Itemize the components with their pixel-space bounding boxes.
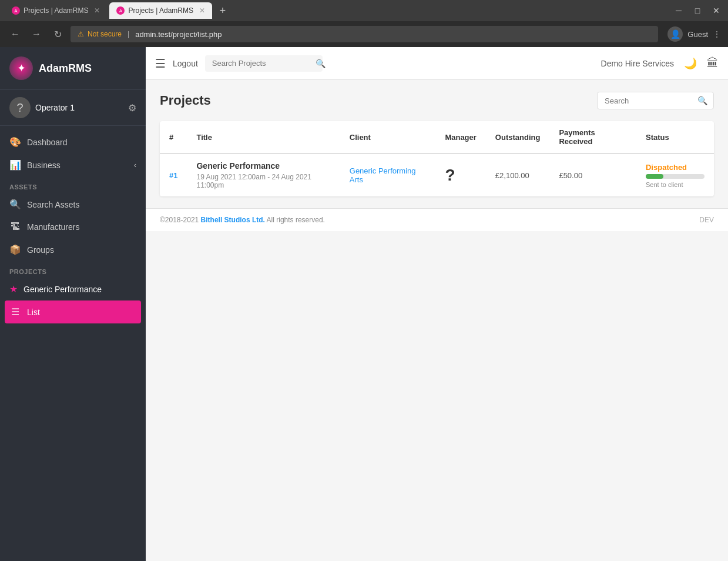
- col-payments-received: Payments Received: [549, 121, 636, 153]
- row-status: Dispatched Sent to client: [636, 153, 714, 196]
- project-link[interactable]: #1: [169, 171, 177, 180]
- page-search-bar[interactable]: 🔍: [597, 92, 714, 109]
- user-name: Operator 1: [35, 103, 123, 112]
- sidebar-item-label: Manufacturers: [27, 222, 79, 232]
- address-text: admin.test/project/list.php: [135, 30, 222, 39]
- projects-section-label: PROJECTS: [0, 261, 146, 278]
- search-projects-bar[interactable]: 🔍: [205, 55, 323, 72]
- row-number: #1: [160, 153, 187, 196]
- address-bar: ← → ↻ ⚠ Not secure | admin.test/project/…: [0, 21, 728, 47]
- close-button[interactable]: ✕: [709, 4, 723, 18]
- list-icon: ☰: [9, 306, 21, 318]
- footer: ©2018-2021 Bithell Studios Ltd. All righ…: [146, 208, 728, 231]
- hamburger-icon[interactable]: ☰: [155, 56, 166, 71]
- row-title-cell: Generic Performance 19 Aug 2021 12:00am …: [187, 153, 340, 196]
- security-label: Not secure: [88, 30, 122, 38]
- table-header: # Title Client Manager Outstanding Payme…: [160, 121, 714, 153]
- col-client: Client: [340, 121, 436, 153]
- project-title: Generic Performance: [196, 161, 330, 171]
- divider: |: [128, 30, 129, 38]
- col-number: #: [160, 121, 187, 153]
- status-label: Sent to client: [646, 181, 704, 188]
- tab-label-1: Projects | AdamRMS: [24, 6, 88, 15]
- profile-label: Guest: [687, 30, 708, 39]
- sidebar-logo: ✦ AdamRMS: [0, 47, 146, 90]
- profile-menu-icon: ⋮: [713, 29, 721, 39]
- sidebar-item-search-assets[interactable]: 🔍 Search Assets: [0, 193, 146, 216]
- logout-button[interactable]: Logout: [173, 59, 198, 68]
- progress-bar: [646, 174, 704, 179]
- content-area: Projects 🔍 # Title Client: [146, 80, 728, 208]
- url-input[interactable]: ⚠ Not secure | admin.test/project/list.p…: [71, 26, 658, 42]
- sidebar-item-label: Business: [27, 161, 61, 170]
- footer-copyright: ©2018-2021 Bithell Studios Ltd. All righ…: [160, 216, 325, 224]
- browser-chrome: A Projects | AdamRMS ✕ A Projects | Adam…: [0, 0, 728, 21]
- page-title: Projects: [160, 93, 211, 108]
- sidebar-item-label: Search Assets: [27, 200, 80, 209]
- footer-dev-label: DEV: [699, 216, 714, 224]
- sidebar-item-label: List: [27, 308, 40, 317]
- browser-tab-1[interactable]: A Projects | AdamRMS ✕: [5, 2, 107, 19]
- status-badge: Dispatched: [646, 163, 704, 172]
- sidebar-item-label: Generic Performance: [24, 285, 102, 294]
- window-controls: ─ □ ✕: [672, 4, 723, 18]
- col-title: Title: [187, 121, 340, 153]
- table-body: #1 Generic Performance 19 Aug 2021 12:00…: [160, 153, 714, 196]
- tab-favicon-1: A: [12, 6, 20, 15]
- manufacturers-icon: 🏗: [9, 222, 21, 232]
- profile-area[interactable]: 👤 Guest ⋮: [667, 26, 721, 42]
- sidebar-item-groups[interactable]: 📦 Groups: [0, 238, 146, 261]
- tab-close-1[interactable]: ✕: [94, 6, 100, 15]
- sidebar-user: ? Operator 1 ⚙: [0, 90, 146, 126]
- page-header: Projects 🔍: [160, 92, 714, 109]
- client-link[interactable]: Generic Performing Arts: [350, 166, 416, 184]
- building-icon[interactable]: 🏛: [707, 56, 719, 70]
- page-search-input[interactable]: [598, 93, 692, 109]
- sidebar-item-list[interactable]: ☰ List: [5, 300, 141, 323]
- search-projects-input[interactable]: [212, 59, 311, 68]
- page-search-button[interactable]: 🔍: [692, 92, 713, 109]
- search-assets-icon: 🔍: [9, 199, 21, 210]
- tab-close-2[interactable]: ✕: [199, 6, 205, 15]
- tab-favicon-2: A: [116, 6, 125, 15]
- settings-icon[interactable]: ⚙: [128, 102, 136, 113]
- dark-mode-toggle[interactable]: 🌙: [681, 54, 700, 73]
- projects-table-container: # Title Client Manager Outstanding Payme…: [160, 121, 714, 196]
- projects-table: # Title Client Manager Outstanding Payme…: [160, 121, 714, 196]
- rights-text: All rights reserved.: [265, 216, 325, 224]
- sidebar-item-manufacturers[interactable]: 🏗 Manufacturers: [0, 216, 146, 238]
- col-status: Status: [636, 121, 714, 153]
- topbar-right: Demo Hire Services 🌙 🏛: [601, 54, 719, 73]
- sidebar-item-label: Groups: [27, 245, 54, 255]
- progress-fill: [646, 174, 663, 179]
- company-link[interactable]: Bithell Studios Ltd.: [201, 216, 265, 224]
- col-outstanding: Outstanding: [486, 121, 550, 153]
- business-icon: 📊: [9, 159, 21, 171]
- table-row: #1 Generic Performance 19 Aug 2021 12:00…: [160, 153, 714, 196]
- security-badge: ⚠: [78, 30, 84, 38]
- sidebar-item-dashboard[interactable]: 🎨 Dashboard: [0, 131, 146, 153]
- assets-section-label: ASSETS: [0, 176, 146, 193]
- reload-button[interactable]: ↻: [49, 26, 66, 42]
- row-outstanding: £2,100.00: [486, 153, 550, 196]
- groups-icon: 📦: [9, 244, 21, 255]
- browser-tab-2[interactable]: A Projects | AdamRMS ✕: [109, 2, 212, 19]
- row-payments-received: £50.00: [549, 153, 636, 196]
- minimize-button[interactable]: ─: [672, 4, 686, 18]
- new-tab-button[interactable]: +: [214, 2, 231, 19]
- hire-services-label: Demo Hire Services: [601, 59, 674, 68]
- row-manager: ?: [435, 153, 485, 196]
- maximize-button[interactable]: □: [690, 4, 704, 18]
- avatar: ?: [9, 97, 31, 118]
- sidebar-item-generic-performance[interactable]: ★ Generic Performance: [0, 278, 146, 300]
- logo-text: AdamRMS: [39, 62, 92, 75]
- back-button[interactable]: ←: [7, 26, 24, 42]
- row-client: Generic Performing Arts: [340, 153, 436, 196]
- logo-icon: ✦: [9, 56, 33, 80]
- search-icon[interactable]: 🔍: [316, 59, 326, 68]
- forward-button[interactable]: →: [28, 26, 45, 42]
- copyright-text: ©2018-2021: [160, 216, 201, 224]
- sidebar-item-business[interactable]: 📊 Business ‹: [0, 153, 146, 176]
- chevron-icon: ‹: [134, 161, 136, 169]
- project-dates: 19 Aug 2021 12:00am - 24 Aug 2021 11:00p…: [196, 173, 330, 189]
